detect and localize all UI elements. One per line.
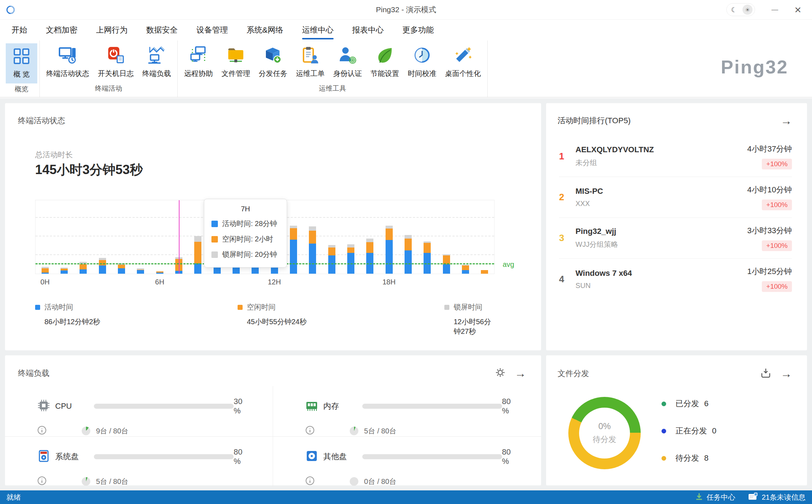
energy-settings-button[interactable]: 节能设置	[366, 43, 403, 78]
chart-bar-slot: 6H	[150, 200, 169, 274]
chart-bar	[481, 270, 488, 274]
person-fingerprint-icon	[339, 46, 357, 66]
legend-value: 12小时56分钟27秒	[454, 317, 495, 336]
donut-center-percent: 0%	[598, 421, 611, 431]
chart-crosshair	[179, 200, 180, 274]
mini-ratio-donut	[82, 427, 90, 435]
load-percent: 30 %	[234, 397, 251, 416]
x-axis-tick-label: 6H	[155, 278, 164, 286]
activity-time: 4小时10分钟	[747, 184, 792, 195]
close-button[interactable]: ×	[794, 5, 801, 14]
cpu-icon	[37, 399, 50, 413]
activity-chart-plot[interactable]: avg 7H 活动时间: 28分钟 空闲时间: 2小时 锁屏时间: 20分钟 0…	[35, 200, 495, 274]
ribbon-group-label-terminal-activity: 终端活动	[42, 83, 175, 97]
theme-toggle[interactable]: ☾ ☀	[726, 3, 755, 16]
unread-messages-label: 21条未读信息	[762, 493, 806, 502]
rank-number: 3	[559, 232, 575, 244]
load-percent: 80 %	[502, 447, 520, 466]
load-percent: 80 %	[502, 397, 520, 416]
tab-device-mgmt[interactable]: 设备管理	[187, 20, 237, 40]
ranking-row[interactable]: 3 Ping32_wjjWJJ分组策略 3小时33分钟+100%	[559, 218, 792, 259]
overview-button[interactable]: 概 览	[6, 43, 37, 83]
main-content: 终端活动状态 总活动时长 145小时3分钟53秒 avg 7H 活动时间: 28…	[0, 98, 812, 490]
ranking-row[interactable]: 1 AELXQLYDYVOLTNZ未分组 4小时37分钟+100%	[559, 136, 792, 177]
chart-bar	[386, 226, 393, 274]
sun-icon[interactable]: ☀	[742, 5, 753, 15]
tab-more[interactable]: 更多功能	[393, 20, 443, 40]
time-calibration-button[interactable]: 时间校准	[403, 43, 441, 78]
legend-dot	[661, 429, 666, 433]
desktop-personalize-button[interactable]: 桌面个性化	[441, 43, 485, 78]
remote-assist-button[interactable]: 远程协助	[180, 43, 217, 78]
info-icon[interactable]	[305, 476, 315, 487]
ranking-row[interactable]: 2 MIS-PCXXX 4小时10分钟+100%	[559, 177, 792, 218]
legend-swatch	[238, 305, 243, 310]
load-label: CPU	[55, 402, 82, 411]
download-tray-icon[interactable]	[760, 368, 771, 380]
chart-tooltip: 7H 活动时间: 28分钟 空闲时间: 2小时 锁屏时间: 20分钟	[204, 199, 287, 268]
terminal-activity-status-button[interactable]: 终端活动状态	[42, 43, 94, 78]
info-icon[interactable]	[305, 426, 315, 436]
load-more-arrow-icon[interactable]: →	[515, 368, 526, 379]
rank-number: 2	[559, 192, 575, 203]
identity-auth-button[interactable]: 身份认证	[329, 43, 366, 78]
moon-icon[interactable]: ☾	[731, 6, 737, 14]
system-disk-icon	[37, 450, 50, 464]
chart-bar	[156, 271, 163, 274]
chart-bar-slot	[418, 200, 437, 274]
clock-icon	[413, 46, 431, 66]
chart-bar	[61, 268, 68, 274]
tab-data-security[interactable]: 数据安全	[137, 20, 187, 40]
distribution-more-arrow-icon[interactable]: →	[780, 368, 792, 379]
ranking-list: 1 AELXQLYDYVOLTNZ未分组 4小时37分钟+100% 2 MIS-…	[546, 136, 807, 299]
ribbon-group-label-overview: 概览	[6, 83, 37, 97]
legend-pending: 待分发 8	[661, 452, 716, 464]
tooltip-row-text: 空闲时间: 2小时	[222, 234, 273, 244]
chart-bar-slot	[475, 200, 494, 274]
rank-number: 1	[559, 151, 575, 162]
chart-bar	[290, 226, 297, 274]
activity-time: 3小时33分钟	[747, 225, 792, 236]
legend-dot	[661, 402, 666, 406]
ribbon-button-label: 远程协助	[184, 69, 213, 78]
ribbon-group-ops-tools: 远程协助 文件管理 分发任务 运维工单 身份认证 节能设置	[178, 40, 488, 97]
ribbon: 概 览 概览 终端活动状态 开关机日志 终端负载 终端活动 远程协助	[0, 40, 812, 97]
mini-ratio-donut	[350, 477, 358, 486]
tab-doc-encrypt[interactable]: 文档加密	[37, 20, 87, 40]
tab-ops-center[interactable]: 运维中心	[293, 20, 343, 40]
terminal-name: AELXQLYDYVOLTNZ	[575, 145, 654, 154]
load-count: 5台 / 80台	[96, 477, 128, 486]
tab-start[interactable]: 开始	[2, 20, 37, 40]
load-label: 系统盘	[55, 451, 82, 462]
load-card-title: 终端负载	[18, 368, 49, 379]
envelope-icon	[748, 493, 758, 502]
chart-bar	[194, 236, 201, 274]
unread-messages-button[interactable]: 21条未读信息	[748, 493, 806, 502]
power-log-button[interactable]: 开关机日志	[94, 43, 138, 78]
ranking-row[interactable]: 4 Windows 7 x64SUN 1小时25分钟+100%	[559, 259, 792, 299]
gear-icon[interactable]	[495, 368, 505, 379]
info-icon[interactable]	[37, 426, 47, 436]
task-center-button[interactable]: 任务中心	[695, 493, 735, 502]
legend-active-time: 活动时间 86小时12分钟2秒	[35, 302, 100, 327]
title-bar: Ping32 - 演示模式 ☾ ☀ ─ ×	[0, 0, 812, 20]
cpu-progress-bar	[94, 404, 234, 409]
chart-bar-slot	[437, 200, 456, 274]
ranking-more-arrow-icon[interactable]: →	[780, 115, 792, 126]
legend-label: 已分发	[675, 398, 699, 409]
chart-bar	[366, 239, 373, 274]
terminal-load-button[interactable]: 终端负载	[138, 43, 175, 78]
minimize-button[interactable]: ─	[772, 6, 778, 13]
total-duration-label: 总活动时长	[35, 150, 73, 160]
file-manager-button[interactable]: 文件管理	[217, 43, 254, 78]
tab-system-network[interactable]: 系统&网络	[237, 20, 293, 40]
tab-report-center[interactable]: 报表中心	[343, 20, 393, 40]
legend-distributing: 正在分发 0	[661, 425, 716, 437]
chart-bar-slot: 0H	[35, 200, 54, 274]
tab-web-behavior[interactable]: 上网行为	[87, 20, 137, 40]
active-time-swatch	[211, 221, 218, 227]
work-order-button[interactable]: 运维工单	[292, 43, 329, 78]
info-icon[interactable]	[37, 476, 47, 487]
distribute-task-button[interactable]: 分发任务	[254, 43, 292, 78]
total-duration-value: 145小时3分钟53秒	[35, 161, 143, 179]
